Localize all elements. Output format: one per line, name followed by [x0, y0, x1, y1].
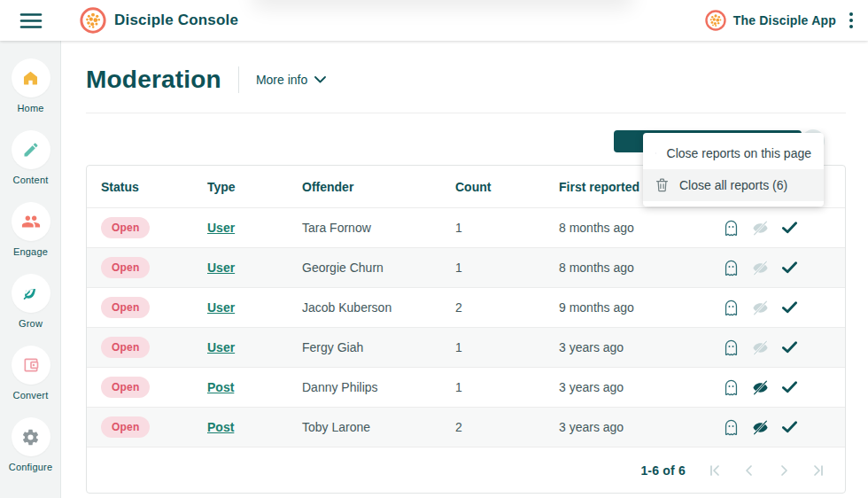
report-type-link[interactable]: Post	[207, 420, 234, 434]
offender-name: Fergy Giah	[302, 340, 455, 354]
report-type-link[interactable]: User	[207, 221, 235, 235]
title-divider	[238, 66, 239, 93]
offender-name: Danny Philips	[302, 380, 455, 394]
trash-icon	[655, 178, 669, 192]
offender-name: Jacob Kuberson	[302, 300, 455, 315]
leaf-icon	[22, 284, 40, 302]
pagination-bar: 1-6 of 6	[87, 447, 845, 493]
hide-eye-off-icon[interactable]	[752, 339, 769, 356]
more-info-toggle[interactable]: More info	[256, 73, 326, 87]
app-switcher[interactable]: The Disciple App	[705, 10, 836, 31]
status-badge: Open	[101, 416, 150, 438]
first-reported-value: 3 years ago	[559, 340, 701, 354]
header-kebab-menu-button[interactable]	[843, 8, 859, 33]
next-page-button[interactable]	[774, 461, 794, 480]
report-count: 2	[455, 420, 559, 434]
table-row: Open Post Toby Larone 2 3 years ago	[87, 407, 845, 447]
sidebar-item-grow[interactable]: Grow	[0, 274, 61, 329]
chevron-down-icon	[314, 76, 326, 83]
hide-eye-off-icon[interactable]	[752, 300, 769, 316]
app-window: Disciple Console The Disciple App	[0, 0, 868, 498]
report-count: 2	[455, 300, 559, 315]
resolve-check-icon[interactable]	[782, 381, 797, 393]
first-reported-value: 8 months ago	[559, 261, 701, 275]
hide-eye-off-icon[interactable]	[752, 260, 769, 276]
status-badge: Open	[101, 297, 150, 318]
column-header-offender: Offender	[302, 180, 455, 194]
report-count: 1	[455, 221, 559, 235]
pagination-range-label: 1-6 of 6	[640, 463, 686, 478]
first-reported-value: 8 months ago	[559, 221, 701, 235]
hide-eye-off-icon[interactable]	[752, 220, 769, 237]
status-badge: Open	[101, 257, 150, 278]
sidebar-item-configure[interactable]: Configure	[0, 417, 61, 472]
gear-icon	[21, 428, 40, 447]
ghost-user-icon[interactable]	[724, 260, 739, 276]
app-logo-icon	[705, 10, 726, 31]
close-reports-dropdown: Close reports on this page Close all rep…	[643, 133, 824, 206]
table-row: Open Post Danny Philips 1 3 years ago	[87, 367, 845, 407]
report-count: 1	[455, 340, 559, 354]
brand: Disciple Console	[80, 7, 238, 34]
status-badge: Open	[101, 217, 150, 238]
table-row: Open User Fergy Giah 1 3 years ago	[87, 327, 845, 367]
previous-page-button[interactable]	[740, 461, 759, 480]
first-reported-value: 3 years ago	[559, 380, 701, 394]
kebab-icon	[849, 12, 854, 29]
resolve-check-icon[interactable]	[782, 222, 797, 234]
column-header-status: Status	[87, 180, 207, 194]
ghost-user-icon[interactable]	[724, 379, 739, 396]
people-icon	[21, 212, 41, 231]
first-reported-value: 3 years ago	[559, 420, 701, 434]
report-count: 1	[455, 261, 559, 275]
home-icon	[21, 69, 40, 88]
resolve-check-icon[interactable]	[782, 421, 797, 433]
report-type-link[interactable]: User	[207, 300, 235, 315]
report-type-link[interactable]: Post	[207, 380, 234, 394]
ghost-user-icon[interactable]	[724, 339, 739, 356]
report-count: 1	[455, 380, 559, 394]
app-name-label: The Disciple App	[733, 13, 836, 27]
sidebar-item-content[interactable]: Content	[0, 130, 61, 185]
ghost-user-icon[interactable]	[724, 300, 739, 316]
resolve-check-icon[interactable]	[782, 341, 797, 354]
first-reported-value: 9 months ago	[559, 300, 701, 315]
hide-eye-off-icon[interactable]	[752, 419, 769, 436]
ghost-user-icon[interactable]	[724, 419, 739, 436]
status-badge: Open	[101, 337, 150, 358]
ghost-user-icon[interactable]	[724, 220, 739, 237]
sidebar-item-convert[interactable]: Convert	[0, 346, 61, 401]
wallet-icon	[22, 356, 40, 374]
offender-name: Tara Fornow	[302, 221, 455, 235]
last-page-button[interactable]	[809, 461, 828, 480]
resolve-check-icon[interactable]	[782, 261, 797, 274]
sidebar-item-home[interactable]: Home	[0, 58, 61, 113]
report-type-link[interactable]: User	[207, 261, 235, 275]
table-row: Open User Tara Fornow 1 8 months ago	[87, 207, 845, 247]
offender-name: Georgie Churn	[302, 261, 455, 275]
reports-table: Status Type Offender Count First reporte…	[86, 165, 846, 494]
status-badge: Open	[101, 377, 150, 398]
table-row: Open User Jacob Kuberson 2 9 months ago	[87, 287, 845, 327]
table-body: Open User Tara Fornow 1 8 months ago Ope…	[87, 207, 845, 447]
hide-eye-off-icon[interactable]	[752, 379, 769, 396]
console-title: Disciple Console	[114, 12, 238, 29]
hamburger-menu-button[interactable]	[0, 12, 61, 29]
hamburger-icon	[19, 12, 43, 29]
menu-item-close-all-reports[interactable]: Close all reports (6)	[643, 169, 824, 201]
column-header-type: Type	[207, 180, 302, 194]
first-page-button[interactable]	[705, 461, 725, 480]
sidebar-nav: Home Content Engage Grow Convert Configu…	[0, 41, 61, 498]
top-header: Disciple Console The Disciple App	[0, 0, 868, 41]
column-header-count: Count	[455, 180, 559, 194]
pencil-icon	[22, 141, 40, 159]
page-title: Moderation	[86, 66, 221, 94]
sidebar-item-engage[interactable]: Engage	[0, 202, 61, 257]
trash-icon	[655, 146, 656, 160]
disciple-logo-icon	[80, 7, 106, 34]
table-row: Open User Georgie Churn 1 8 months ago	[87, 247, 845, 287]
resolve-check-icon[interactable]	[782, 301, 797, 314]
offender-name: Toby Larone	[302, 420, 455, 434]
menu-item-close-page-reports[interactable]: Close reports on this page	[643, 137, 824, 169]
report-type-link[interactable]: User	[207, 340, 235, 354]
